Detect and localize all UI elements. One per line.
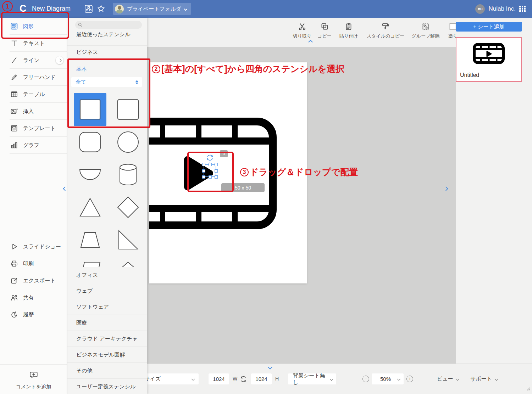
stencil-shape-semicircle[interactable] [74,158,106,191]
star-icon[interactable] [96,4,106,13]
category-medical[interactable]: 医療 [67,315,147,331]
chevron-down-icon [456,377,459,381]
category-web[interactable]: ウェブ [67,283,147,299]
annotation-rect-step3 [187,152,234,192]
category-software[interactable]: ソフトウェア [67,299,147,315]
sidebar-item-label: 印刷 [23,260,34,267]
chevron-down-icon [397,377,401,381]
stencil-shape-right-triangle[interactable] [112,224,144,256]
folder-selector[interactable]: プライベートフォルダ [113,3,191,15]
clipboard-icon [344,22,354,32]
document-title[interactable]: New Diagram [32,5,71,12]
comment-icon [29,370,38,381]
insert-image-icon [10,107,18,116]
sidebar-item-slideshow[interactable]: スライドショー [0,238,67,255]
topbar-right: nu Nulab Inc. [475,0,526,18]
sidebar-item-label: テーブル [23,91,45,98]
swap-dimensions-icon[interactable] [239,375,248,385]
apps-grid-icon[interactable] [519,6,526,12]
sidebar-item-label: 共有 [23,294,34,301]
freehand-icon [10,73,18,81]
background-sheet-select[interactable]: 背景シート無し [288,373,336,384]
add-sheet-button[interactable]: + シート追加 [456,22,522,32]
scissors-icon [297,22,307,32]
left-sidebar: 図形 テキスト ライン フリーハンド テーブル 挿入 [0,18,67,394]
collapse-bottombar-icon[interactable] [268,365,272,370]
stencil-shape-parallelogram-partial[interactable] [74,256,106,267]
annotation-rect-step2 [67,58,150,128]
chevron-down-icon [184,7,188,11]
add-comment-button[interactable]: コメントを追加 [0,364,67,390]
sidebar-item-label: フリーハンド [23,74,56,81]
sheet-preview [456,38,521,69]
toolbar: 切り取り コピー 貼り付け スタイルのコピー グループ解除 塗り 線 影 [147,18,456,47]
zoom-level-select[interactable]: 50% [372,373,404,384]
folder-label: プライベートフォルダ [127,6,181,12]
stencil-search[interactable] [75,21,142,29]
category-cloud-architecture[interactable]: クラウド アーキテクチャ [67,331,147,347]
nulab-logo-icon[interactable]: nu [475,4,485,14]
tool-copy-style[interactable]: スタイルのコピー [366,22,405,39]
zoom-in-button[interactable]: + [406,376,413,382]
sheet-thumbnail[interactable]: Untitled [456,37,522,82]
sidebar-item-label: 履歴 [23,311,34,318]
stencil-category-list: オフィス ウェブ ソフトウェア 医療 クラウド アーキテクチャ ビジネスモデル図… [67,267,147,394]
sidebar-item-label: スライドショー [23,243,61,250]
stencil-shape-circle[interactable] [112,126,144,158]
sidebar-item-label: ライン [23,57,39,64]
sidebar-item-chart[interactable]: グラフ [0,137,67,154]
sidebar-item-table[interactable]: テーブル [0,86,67,103]
category-other[interactable]: その他 [67,362,147,378]
height-unit-label: H [275,376,279,382]
stencil-shape-trapezoid[interactable] [74,224,106,256]
stencil-shape-cylinder[interactable] [112,158,144,191]
sidebar-item-line[interactable]: ライン [0,52,67,69]
sidebar-item-freehand[interactable]: フリーハンド [0,69,67,86]
diagram-icon[interactable] [84,4,93,13]
sidebar-item-label: テキスト [23,40,45,47]
stencil-search-input[interactable] [84,22,138,28]
canvas-area[interactable]: 0 50 x 50 3ドラッグ＆ドロップで配置 2[基本]の[すべて]から四角の… [147,47,456,364]
category-office[interactable]: オフィス [67,267,147,283]
chevron-down-icon [192,377,195,381]
chevron-down-icon [495,377,498,381]
sheet-name[interactable]: Untitled [456,69,521,81]
chart-icon [10,141,18,150]
sidebar-item-insert[interactable]: 挿入 [0,103,67,120]
category-business-model[interactable]: ビジネスモデル図解 [67,347,147,362]
tool-ungroup[interactable]: グループ解除 [408,22,443,39]
stencil-shape-rounded-square[interactable] [74,126,106,158]
copy-icon [320,22,329,32]
sidebar-item-template[interactable]: テンプレート [0,120,67,137]
history-icon [10,310,18,319]
category-business[interactable]: ビジネス [76,49,98,56]
canvas-height-input[interactable] [251,373,272,384]
support-menu[interactable]: サポート [470,376,498,382]
stencil-shape-triangle[interactable] [74,191,106,224]
collapse-toolbar-icon[interactable] [308,40,313,44]
window-resize-handle[interactable] [526,386,530,392]
view-menu[interactable]: ビュー [437,376,459,382]
stencil-shape-diamond[interactable] [112,191,144,224]
cacoo-editor: C New Diagram プライベートフォルダ nu Nulab Inc. 図… [0,0,532,394]
sidebar-item-history[interactable]: 履歴 [0,306,67,323]
line-expand-button[interactable] [56,56,63,64]
line-icon [10,56,18,64]
chevron-down-icon [330,377,333,381]
collapse-panel-right-icon[interactable] [444,186,448,191]
zoom-out-button[interactable]: − [362,376,369,382]
sidebar-item-export[interactable]: エクスポート [0,272,67,289]
annotation-step2: 2[基本]の[すべて]から四角のステンシルを選択 [152,63,344,75]
canvas-width-input[interactable] [209,373,229,384]
annotation-step1-number: 1 [2,1,13,12]
stencil-shape-pentagon-partial[interactable] [112,256,144,267]
category-user-defined[interactable]: ユーザー定義ステンシル [67,378,147,394]
sidebar-item-print[interactable]: 印刷 [0,255,67,272]
tool-paste[interactable]: 貼り付け [335,22,362,39]
sidebar-item-share[interactable]: 共有 [0,289,67,306]
tool-copy[interactable]: コピー [311,22,338,39]
table-icon [10,90,18,98]
recent-stencils-label[interactable]: 最近使ったステンシル [76,31,130,38]
background-sheet-value: 背景シート無し [293,372,330,386]
sheets-panel: + シート追加 Untitled [456,18,532,364]
